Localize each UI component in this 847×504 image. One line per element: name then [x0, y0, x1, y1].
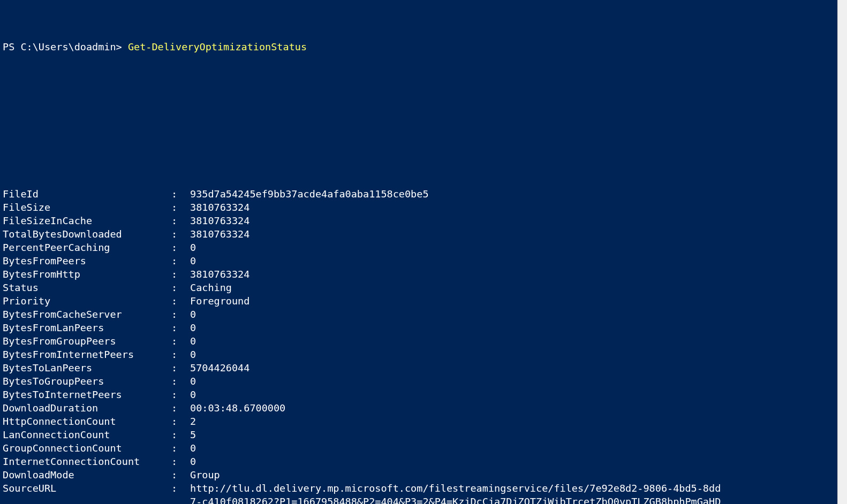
output-key: BytesFromPeers: [3, 254, 171, 268]
output-separator: :: [171, 227, 190, 241]
output-separator: :: [171, 348, 190, 361]
output-row: Priority: Foreground: [3, 294, 838, 308]
output-value: 0: [190, 455, 196, 468]
output-separator: :: [171, 214, 190, 227]
output-key: Priority: [3, 294, 171, 308]
output-key: SourceURL: [3, 482, 171, 495]
output-row: DownloadMode: Group: [3, 468, 838, 482]
prompt-line: PS C:\Users\doadmin> Get-DeliveryOptimiz…: [3, 40, 838, 54]
output-row: HttpConnectionCount: 2: [3, 415, 838, 428]
output-row: BytesToGroupPeers: 0: [3, 375, 838, 388]
output-separator: :: [171, 334, 190, 348]
output-row: BytesToLanPeers: 5704426044: [3, 361, 838, 375]
output-key: DownloadMode: [3, 468, 171, 482]
output-row: TotalBytesDownloaded: 3810763324: [3, 227, 838, 241]
output-row: BytesFromLanPeers: 0: [3, 321, 838, 334]
output-row: FileSizeInCache: 3810763324: [3, 214, 838, 227]
output-key: DownloadDuration: [3, 401, 171, 415]
output-row: BytesFromHttp: 3810763324: [3, 268, 838, 281]
output-row: BytesFromInternetPeers: 0: [3, 348, 838, 361]
prompt-command: Get-DeliveryOptimizationStatus: [128, 40, 307, 54]
output-row: BytesFromCacheServer: 0: [3, 308, 838, 321]
output-separator: :: [171, 401, 190, 415]
output-separator: :: [171, 321, 190, 334]
output-row: LanConnectionCount: 5: [3, 428, 838, 441]
output-key: BytesFromGroupPeers: [3, 334, 171, 348]
output-key: BytesFromLanPeers: [3, 321, 171, 334]
output-separator: :: [171, 468, 190, 482]
powershell-terminal[interactable]: PS C:\Users\doadmin> Get-DeliveryOptimiz…: [0, 0, 838, 504]
vertical-scrollbar[interactable]: [837, 0, 847, 504]
output-separator: :: [171, 187, 190, 201]
output-key: HttpConnectionCount: [3, 415, 171, 428]
output-separator: :: [171, 455, 190, 468]
output-key: FileId: [3, 187, 171, 201]
output-key: BytesToLanPeers: [3, 361, 171, 375]
output-row: FileSize: 3810763324: [3, 201, 838, 214]
output-separator: :: [171, 428, 190, 441]
output-row: InternetConnectionCount: 0: [3, 455, 838, 468]
output-value: Foreground: [190, 294, 249, 308]
output-row: SourceURL: http://tlu.dl.delivery.mp.mic…: [3, 482, 838, 495]
output-key: TotalBytesDownloaded: [3, 227, 171, 241]
output-row: BytesFromGroupPeers: 0: [3, 334, 838, 348]
output-key: Status: [3, 281, 171, 294]
output-row-continuation: 7-c410f0818262?P1=1667958488&P2=404&P3=2…: [3, 495, 838, 504]
output-row: BytesFromPeers: 0: [3, 254, 838, 268]
output-value: 0: [190, 308, 196, 321]
output-key: BytesFromHttp: [3, 268, 171, 281]
blank-line: [3, 134, 838, 147]
blank-line: [3, 94, 838, 107]
output-value: 0: [190, 254, 196, 268]
output-value: 3810763324: [190, 227, 249, 241]
output-separator: :: [171, 361, 190, 375]
output-row: FileId: 935d7a54245ef9bb37acde4afa0aba11…: [3, 187, 838, 201]
output-value: 0: [190, 441, 196, 455]
output-value: 0: [190, 388, 196, 401]
output-value: 0: [190, 334, 196, 348]
output-separator: :: [171, 375, 190, 388]
output-row: DownloadDuration: 00:03:48.6700000: [3, 401, 838, 415]
output-key: BytesFromCacheServer: [3, 308, 171, 321]
output-key: BytesToInternetPeers: [3, 388, 171, 401]
output-value: 2: [190, 415, 196, 428]
command-output: FileId: 935d7a54245ef9bb37acde4afa0aba11…: [3, 187, 838, 504]
output-separator: :: [171, 201, 190, 214]
output-row: PercentPeerCaching: 0: [3, 241, 838, 254]
output-row: GroupConnectionCount: 0: [3, 441, 838, 455]
output-key: FileSizeInCache: [3, 214, 171, 227]
output-separator: :: [171, 441, 190, 455]
output-separator: :: [171, 415, 190, 428]
output-key: GroupConnectionCount: [3, 441, 171, 455]
output-value: 5: [190, 428, 196, 441]
output-key: BytesToGroupPeers: [3, 375, 171, 388]
output-value: 5704426044: [190, 361, 249, 375]
output-separator: :: [171, 294, 190, 308]
prompt-prefix: PS C:\Users\doadmin>: [3, 40, 128, 54]
output-value: 0: [190, 375, 196, 388]
output-value: 00:03:48.6700000: [190, 401, 285, 415]
output-value: 0: [190, 241, 196, 254]
output-separator: :: [171, 388, 190, 401]
output-key: BytesFromInternetPeers: [3, 348, 171, 361]
output-value: Group: [190, 468, 220, 482]
output-separator: :: [171, 281, 190, 294]
output-value: 935d7a54245ef9bb37acde4afa0aba1158ce0be5: [190, 187, 429, 201]
output-value: Caching: [190, 281, 232, 294]
output-key: LanConnectionCount: [3, 428, 171, 441]
output-key: FileSize: [3, 201, 171, 214]
output-key: PercentPeerCaching: [3, 241, 171, 254]
output-value: 3810763324: [190, 268, 249, 281]
output-value: http://tlu.dl.delivery.mp.microsoft.com/…: [190, 482, 721, 495]
output-value: 7-c410f0818262?P1=1667958488&P2=404&P3=2…: [190, 495, 721, 504]
output-row: Status: Caching: [3, 281, 838, 294]
output-separator: :: [171, 241, 190, 254]
output-separator: :: [171, 268, 190, 281]
output-value: 0: [190, 321, 196, 334]
output-value: 3810763324: [190, 201, 249, 214]
output-key: InternetConnectionCount: [3, 455, 171, 468]
output-separator: :: [171, 482, 190, 495]
output-separator: :: [171, 254, 190, 268]
output-row: BytesToInternetPeers: 0: [3, 388, 838, 401]
output-value: 0: [190, 348, 196, 361]
